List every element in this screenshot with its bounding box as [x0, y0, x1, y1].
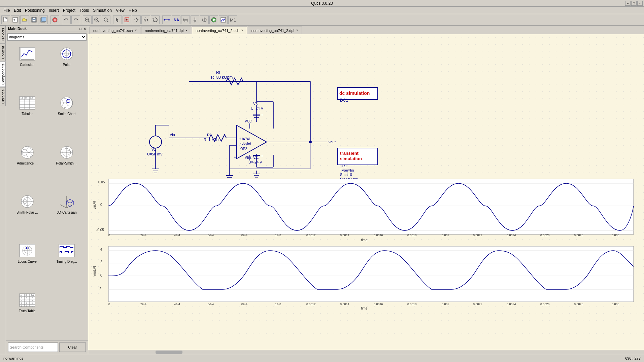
mirror-button[interactable]: [141, 15, 150, 24]
content-area: nonInverting_ua741.sch × nonInverting_ua…: [88, 26, 644, 354]
comp-3dcartesian[interactable]: 3D-Cartesian: [48, 192, 86, 240]
menu-edit[interactable]: Edit: [12, 7, 23, 13]
menu-positioning[interactable]: Positioning: [23, 7, 47, 13]
tab-dpl1[interactable]: nonInverting_ua741.dpl ×: [141, 27, 191, 34]
port-button[interactable]: [200, 15, 209, 24]
svg-text:0: 0: [108, 302, 110, 306]
undo-button[interactable]: [62, 15, 71, 24]
move-button[interactable]: [132, 15, 141, 24]
comp-smith[interactable]: Smith Chart: [48, 93, 86, 141]
comp-admittance-label: Admittance ...: [17, 161, 37, 165]
horizontal-scrollbar[interactable]: [88, 350, 644, 354]
svg-text:V2: V2: [253, 155, 258, 159]
comp-cartesian[interactable]: Cartesian: [8, 44, 46, 92]
maximize-button[interactable]: □: [631, 1, 637, 6]
ground-button[interactable]: [191, 15, 199, 24]
tab-sch1[interactable]: nonInverting_ua741.sch ×: [90, 27, 140, 34]
svg-text:U=24 V: U=24 V: [251, 106, 264, 110]
close-doc-button[interactable]: ×: [50, 15, 59, 24]
svg-text:0: 0: [32, 297, 33, 299]
marker-button[interactable]: M1: [228, 15, 237, 24]
components-tab[interactable]: Components: [0, 61, 6, 87]
open-button[interactable]: [20, 15, 29, 24]
schematic-canvas[interactable]: Rf R=80 kOhm UA741 (Boyle) OP2 VCC VEE: [88, 34, 644, 350]
select-button[interactable]: [113, 15, 122, 24]
menu-project[interactable]: Project: [61, 7, 77, 13]
svg-text:0.0022: 0.0022: [473, 302, 482, 306]
svg-text:0: 0: [108, 233, 110, 237]
simulate-button[interactable]: [209, 15, 218, 24]
redo-button[interactable]: [71, 15, 80, 24]
svg-text:0.0014: 0.0014: [340, 233, 349, 237]
svg-text:R=80 kOhm: R=80 kOhm: [211, 75, 233, 80]
svg-rect-7: [42, 17, 46, 22]
svg-text:U=-24 V: U=-24 V: [248, 160, 262, 164]
bottom-controls: Clear: [6, 340, 88, 354]
comp-admittance[interactable]: Admittance ...: [8, 143, 46, 190]
svg-text:8e-4: 8e-4: [241, 302, 247, 306]
newtext-button[interactable]: T: [11, 15, 20, 24]
equation-button[interactable]: f(x): [181, 15, 190, 24]
clear-button[interactable]: Clear: [59, 342, 86, 352]
components-grid: Cartesian: [6, 42, 88, 340]
menu-view[interactable]: View: [114, 7, 127, 13]
category-dropdown[interactable]: diagrams lumped components sources trans…: [7, 33, 87, 41]
zoom-in-button[interactable]: [83, 15, 92, 24]
comp-polar-smith[interactable]: Polar-Smith ...: [48, 143, 86, 190]
comp-timing[interactable]: Timing Diag...: [48, 241, 86, 289]
libraries-tab[interactable]: Libraries: [0, 87, 6, 106]
label-button[interactable]: NAME: [172, 15, 180, 24]
menu-help[interactable]: Help: [127, 7, 139, 13]
dock-close[interactable]: ×: [84, 27, 86, 31]
svg-text:0.0024: 0.0024: [507, 302, 516, 306]
comp-locus[interactable]: Locus Curve: [8, 241, 46, 289]
new-button[interactable]: [1, 15, 10, 24]
menu-simulation[interactable]: Simulation: [91, 7, 114, 13]
svg-text:2e-4: 2e-4: [140, 302, 146, 306]
zoom-fit-button[interactable]: [102, 15, 110, 24]
tab-dpl2[interactable]: nonInverting_ua741_2.dpl ×: [248, 27, 302, 34]
tab-close-sch1[interactable]: ×: [135, 29, 137, 32]
select-all-button[interactable]: [123, 15, 131, 24]
tab-close-dpl1[interactable]: ×: [185, 29, 188, 32]
app-title: Qucs 0.0.20: [311, 1, 333, 6]
minimize-button[interactable]: −: [625, 1, 631, 6]
comp-truth[interactable]: A B Out 0 0 0 0 1 0 1 0: [8, 290, 46, 338]
view-data-button[interactable]: [219, 15, 228, 24]
svg-text:6e-4: 6e-4: [208, 233, 214, 237]
svg-text:VEE: VEE: [245, 156, 251, 159]
svg-text:0.0014: 0.0014: [340, 302, 349, 306]
save-button[interactable]: [30, 15, 38, 24]
comp-truth-label: Truth Table: [19, 309, 35, 313]
svg-text:1.0: 1.0: [21, 97, 23, 99]
wire-button[interactable]: [162, 15, 171, 24]
svg-text:0: 0: [21, 297, 22, 299]
dock-detach[interactable]: □: [79, 27, 81, 31]
projects-tab[interactable]: Projects: [0, 26, 6, 44]
tab-close-sch2[interactable]: ×: [241, 29, 243, 32]
tab-close-dpl2[interactable]: ×: [296, 29, 298, 32]
svg-text:+: +: [234, 155, 236, 160]
svg-text:0.0028: 0.0028: [574, 302, 583, 306]
menu-file[interactable]: File: [1, 7, 12, 13]
rotate-button[interactable]: [151, 15, 160, 24]
menu-tools[interactable]: Tools: [77, 7, 91, 13]
menu-insert[interactable]: Insert: [47, 7, 61, 13]
svg-text:0.003: 0.003: [612, 233, 619, 237]
saveall-button[interactable]: [39, 15, 48, 24]
svg-marker-91: [67, 201, 70, 207]
svg-text:0.0012: 0.0012: [306, 302, 316, 306]
comp-smith-polar[interactable]: Smith-Polar ...: [8, 192, 46, 240]
search-input[interactable]: [8, 342, 58, 352]
close-button[interactable]: ×: [637, 1, 643, 6]
tab-sch2[interactable]: nonInverting_ua741_2.sch ×: [192, 27, 247, 34]
svg-text:dc simulation: dc simulation: [339, 90, 370, 96]
zoom-out-button[interactable]: [92, 15, 101, 24]
svg-text:1: 1: [26, 299, 27, 301]
comp-tabular[interactable]: 1.0 2.0 3.0 Tabular: [8, 93, 46, 141]
svg-text:DC1: DC1: [340, 98, 348, 103]
svg-marker-26: [134, 19, 135, 21]
comp-polar[interactable]: Polar: [48, 44, 86, 92]
content-tab[interactable]: Content: [0, 44, 6, 62]
svg-text:time: time: [361, 306, 368, 310]
